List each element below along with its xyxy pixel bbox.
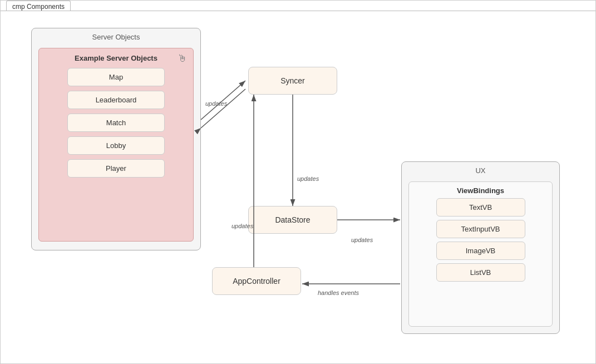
viewbindings-frame: ViewBindings TextVB TextInputVB ImageVB … (408, 181, 553, 327)
updates-label-4: updates (351, 237, 373, 243)
example-server-objects-frame: 🖰 Example Server Objects Map Leaderboard… (38, 48, 194, 242)
server-box-leaderboard: Leaderboard (67, 91, 165, 109)
ux-box-textvb: TextVB (436, 198, 525, 217)
syncer-box: Syncer (248, 67, 337, 95)
ux-title: UX (402, 162, 559, 175)
viewbindings-title: ViewBindings (409, 182, 552, 195)
datastore-box: DataStore (248, 206, 337, 234)
updates-label-3: updates (231, 223, 253, 229)
updates-label-2: updates (297, 175, 319, 182)
server-box-lobby: Lobby (67, 136, 165, 155)
ux-box-textinputvb: TextInputVB (436, 220, 525, 238)
server-box-match: Match (67, 114, 165, 132)
appcontroller-label: AppController (233, 277, 280, 286)
datastore-label: DataStore (275, 215, 310, 224)
hand-icon: 🖰 (178, 53, 188, 65)
ux-box-imagevb: ImageVB (436, 242, 525, 260)
updates-label-1: updates (205, 100, 227, 107)
server-box-map: Map (67, 68, 165, 86)
ux-frame: UX ViewBindings TextVB TextInputVB Image… (401, 161, 560, 334)
handles-events-label: handles events (318, 289, 359, 296)
diagram-area: Server Objects 🖰 Example Server Objects … (1, 11, 595, 363)
server-objects-frame: Server Objects 🖰 Example Server Objects … (31, 28, 201, 250)
server-box-player: Player (67, 159, 165, 178)
example-server-objects-title: Example Server Objects (39, 48, 193, 62)
syncer-label: Syncer (280, 76, 305, 85)
appcontroller-box: AppController (212, 267, 301, 295)
ux-box-listvb: ListVB (436, 263, 525, 282)
main-container: cmp Components Server Objects 🖰 Example … (0, 0, 596, 364)
svg-line-3 (201, 89, 245, 128)
server-objects-title: Server Objects (32, 28, 200, 41)
